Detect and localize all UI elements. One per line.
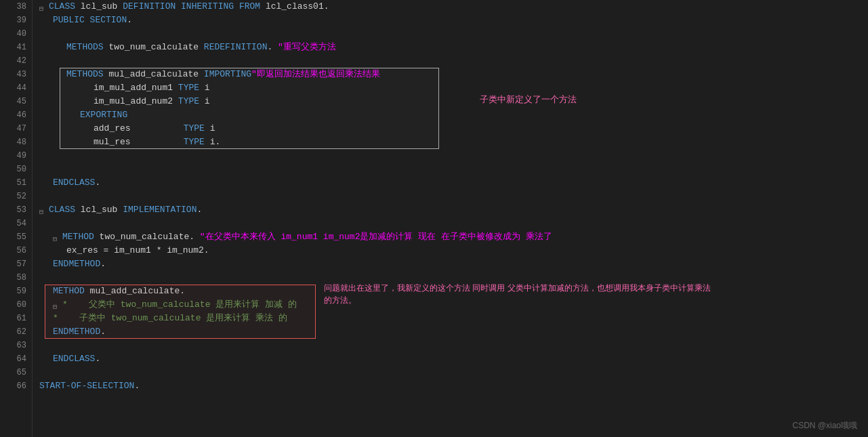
fold-icon[interactable]: ⊟ xyxy=(53,301,61,309)
code-token: PUBLIC SECTION xyxy=(53,14,127,27)
code-token: . xyxy=(100,257,106,271)
code-token: * 父类中 xyxy=(62,298,121,312)
code-token: . xyxy=(324,0,329,14)
code-line xyxy=(39,163,868,176)
line-number: 43 xyxy=(0,68,26,81)
line-number: 57 xyxy=(0,257,26,271)
line-number: 51 xyxy=(0,176,26,190)
code-token: METHOD xyxy=(53,285,90,298)
code-token: ex_res xyxy=(66,244,104,257)
code-line: METHODS two_num_calculate REDEFINITION. … xyxy=(39,41,868,54)
code-token: "即返回加法结果也返回乘法结果 xyxy=(251,68,380,81)
code-line: mul_res TYPE i. xyxy=(39,136,868,149)
code-line: ex_res = im_num1 * im_num2. xyxy=(39,244,868,257)
line-numbers: 3839404142434445464748495051525354555657… xyxy=(0,0,33,437)
code-token: . xyxy=(189,230,200,244)
line-number: 65 xyxy=(0,366,26,379)
code-line xyxy=(39,27,868,41)
code-token: REDEFINITION xyxy=(204,41,268,54)
code-token: 是用来计算 加减 的 xyxy=(215,298,297,312)
annotation-problem: 问题就出在这里了，我新定义的这个方法 同时调用 父类中计算加减的方法，也想调用我… xyxy=(324,282,717,306)
code-token: i xyxy=(210,136,215,149)
code-line: add_res TYPE i xyxy=(39,122,868,136)
code-line: ENDMETHOD. xyxy=(39,325,868,339)
line-number: 44 xyxy=(0,81,26,95)
line-number: 64 xyxy=(0,352,26,366)
code-token: . xyxy=(100,325,106,339)
code-token: START-OF-SELECTION xyxy=(39,379,134,393)
code-token: TYPE xyxy=(178,95,205,108)
code-token: . xyxy=(134,379,140,393)
fold-icon[interactable]: ⊟ xyxy=(39,3,47,11)
code-line: * 子类中 two_num_calculate 是用来计算 乘法 的 xyxy=(39,312,868,325)
line-number: 55 xyxy=(0,230,26,244)
line-number: 56 xyxy=(0,244,26,257)
code-token: . xyxy=(95,176,100,190)
code-token: * 子类中 xyxy=(53,312,111,325)
code-token: . xyxy=(267,41,278,54)
code-token: lcl_sub xyxy=(81,0,123,14)
code-token: "重写父类方法 xyxy=(278,41,336,54)
line-number: 45 xyxy=(0,95,26,108)
watermark: CSDN @xiao哦哦 xyxy=(792,420,857,432)
code-token: lcl_sub xyxy=(81,203,123,217)
code-token: METHOD xyxy=(62,230,100,244)
line-number: 48 xyxy=(0,136,26,149)
code-token: lcl_class01 xyxy=(266,0,324,14)
code-token: IMPLEMENTATION xyxy=(123,203,197,217)
code-token: 是用来计算 乘法 的 xyxy=(206,312,287,325)
line-number: 38 xyxy=(0,0,26,14)
code-line xyxy=(39,54,868,68)
code-token: . xyxy=(204,244,209,257)
code-line: START-OF-SELECTION. xyxy=(39,379,868,393)
code-token: . xyxy=(127,14,132,27)
line-number: 39 xyxy=(0,14,26,27)
code-token: i xyxy=(205,95,210,108)
fold-icon[interactable]: ⊟ xyxy=(39,206,47,214)
code-token: two_num_calculate xyxy=(100,230,190,244)
code-token: . xyxy=(95,352,100,366)
code-line: ENDCLASS. xyxy=(39,176,868,190)
code-line: ⊟CLASS lcl_sub DEFINITION INHERITING FRO… xyxy=(39,0,868,14)
line-number: 42 xyxy=(0,54,26,68)
code-token: two_num_calculate xyxy=(111,312,206,325)
code-token: . xyxy=(180,285,185,298)
line-number: 66 xyxy=(0,379,26,393)
code-token: mul_add_calculate xyxy=(90,285,180,298)
code-line: METHODS mul_add_calculate IMPORTING"即返回加… xyxy=(39,68,868,81)
line-number: 54 xyxy=(0,217,26,230)
code-token: CLASS xyxy=(49,203,81,217)
line-number: 40 xyxy=(0,27,26,41)
code-line: ⊟METHOD two_num_calculate. "在父类中本来传入 im_… xyxy=(39,230,868,244)
code-token: CLASS xyxy=(49,0,81,14)
code-line: EXPORTING xyxy=(39,108,868,122)
code-token: "在父类中本来传入 im_num1 im_num2是加减的计算 现在 在子类中被… xyxy=(200,230,552,244)
line-number: 52 xyxy=(0,190,26,203)
code-area: ⊟CLASS lcl_sub DEFINITION INHERITING FRO… xyxy=(33,0,868,437)
code-line: im_mul_add_num1 TYPE i xyxy=(39,81,868,95)
code-line xyxy=(39,149,868,163)
code-token: ENDCLASS xyxy=(53,176,95,190)
code-token: ENDCLASS xyxy=(53,352,95,366)
line-number: 62 xyxy=(0,325,26,339)
fold-icon[interactable]: ⊟ xyxy=(53,233,61,241)
line-number: 61 xyxy=(0,312,26,325)
code-token: add_res xyxy=(94,122,184,136)
code-line xyxy=(39,217,868,230)
line-number: 58 xyxy=(0,271,26,285)
code-token: DEFINITION xyxy=(123,0,181,14)
code-line: PUBLIC SECTION. xyxy=(39,14,868,27)
code-token: METHODS xyxy=(66,68,108,81)
line-number: 49 xyxy=(0,149,26,163)
code-token: ENDMETHOD xyxy=(53,257,100,271)
line-number: 50 xyxy=(0,163,26,176)
code-line: im_mul_add_num2 TYPE i xyxy=(39,95,868,108)
code-token: im_num1 xyxy=(114,244,156,257)
line-number: 41 xyxy=(0,41,26,54)
code-token: im_mul_add_num1 xyxy=(94,81,178,95)
code-token: i xyxy=(210,122,215,136)
code-line xyxy=(39,190,868,203)
code-token: EXPORTING xyxy=(80,108,127,122)
code-token: im_num2 xyxy=(167,244,204,257)
annotation-new-method: 子类中新定义了一个方法 xyxy=(480,93,577,106)
